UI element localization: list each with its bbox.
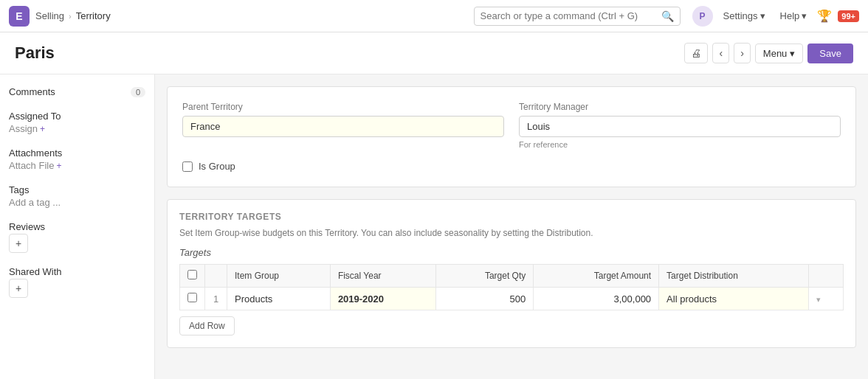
add-review-icon: + bbox=[16, 237, 21, 249]
territory-manager-input[interactable] bbox=[519, 116, 841, 137]
trophy-icon: 🏆 bbox=[817, 9, 832, 23]
sidebar-tags-label: Tags bbox=[9, 184, 145, 195]
print-button[interactable]: 🖨 bbox=[684, 43, 708, 63]
notifications-badge[interactable]: 99+ bbox=[838, 10, 859, 22]
search-icon: 🔍 bbox=[661, 10, 674, 22]
sidebar-assigned-label: Assigned To bbox=[9, 111, 145, 122]
form-card: Parent Territory Territory Manager For r… bbox=[167, 86, 856, 187]
parent-territory-group: Parent Territory bbox=[182, 102, 504, 149]
th-select-all[interactable] bbox=[180, 265, 205, 288]
assign-plus-icon: + bbox=[40, 124, 45, 134]
row-fiscal-year[interactable]: 2019-2020 bbox=[330, 288, 436, 310]
add-row-button[interactable]: Add Row bbox=[179, 316, 235, 335]
add-tag-action[interactable]: Add a tag ... bbox=[9, 197, 145, 208]
breadcrumb-territory[interactable]: Territory bbox=[76, 10, 111, 21]
form-row-main: Parent Territory Territory Manager For r… bbox=[182, 102, 841, 149]
targets-table: Item Group Fiscal Year Target Qty Target… bbox=[179, 264, 844, 310]
sidebar-shared-section: Shared With + bbox=[9, 266, 145, 298]
row-checkbox-cell[interactable] bbox=[180, 288, 205, 310]
content: Parent Territory Territory Manager For r… bbox=[155, 74, 868, 379]
row-item-group[interactable]: Products bbox=[227, 288, 331, 310]
targets-section: TERRITORY TARGETS Set Item Group-wise bu… bbox=[167, 199, 856, 348]
breadcrumb: Selling › Territory bbox=[35, 10, 111, 21]
th-num bbox=[205, 265, 227, 288]
add-shared-icon: + bbox=[16, 282, 21, 294]
sidebar-comments-section: Comments 0 bbox=[9, 86, 145, 97]
next-button[interactable]: › bbox=[734, 43, 751, 63]
table-row: 1 Products 2019-2020 500 3,00,000 All pr… bbox=[180, 288, 844, 310]
settings-button[interactable]: Settings ▾ bbox=[719, 7, 770, 24]
row-checkbox[interactable] bbox=[187, 293, 197, 302]
is-group-row: Is Group bbox=[182, 161, 841, 172]
territory-manager-label: Territory Manager bbox=[519, 102, 841, 112]
row-target-amount[interactable]: 3,00,000 bbox=[534, 288, 659, 310]
prev-button[interactable]: ‹ bbox=[712, 43, 729, 63]
sidebar: Comments 0 Assigned To Assign + Attachme… bbox=[0, 74, 155, 379]
territory-manager-group: Territory Manager For reference bbox=[519, 102, 841, 149]
menu-label: Menu bbox=[763, 48, 788, 59]
section-title: TERRITORY TARGETS bbox=[179, 212, 844, 222]
help-button[interactable]: Help ▾ bbox=[776, 7, 812, 24]
row-target-distribution[interactable]: All products bbox=[659, 288, 809, 310]
row-dropdown-icon: ▾ bbox=[816, 295, 821, 304]
help-chevron-icon: ▾ bbox=[802, 10, 807, 21]
print-icon: 🖨 bbox=[691, 47, 701, 59]
th-actions bbox=[809, 265, 844, 288]
sidebar-comments-count: 0 bbox=[131, 87, 145, 97]
add-review-button[interactable]: + bbox=[9, 234, 28, 253]
breadcrumb-sep1: › bbox=[69, 12, 72, 21]
sidebar-tags-section: Tags Add a tag ... bbox=[9, 184, 145, 208]
chevron-left-icon: ‹ bbox=[719, 47, 723, 59]
targets-label: Targets bbox=[179, 247, 844, 258]
breadcrumb-selling[interactable]: Selling bbox=[35, 10, 64, 21]
page-title: Paris bbox=[15, 44, 55, 63]
for-reference-hint: For reference bbox=[519, 140, 841, 149]
attach-file-action[interactable]: Attach File + bbox=[9, 160, 145, 171]
sidebar-attachments-section: Attachments Attach File + bbox=[9, 147, 145, 171]
row-num: 1 bbox=[205, 288, 227, 310]
assign-action[interactable]: Assign + bbox=[9, 123, 145, 134]
th-target-qty: Target Qty bbox=[436, 265, 534, 288]
sidebar-attachments-label: Attachments bbox=[9, 147, 145, 159]
th-target-distribution: Target Distribution bbox=[659, 265, 809, 288]
th-item-group: Item Group bbox=[227, 265, 331, 288]
search-input[interactable] bbox=[480, 10, 661, 21]
sidebar-assigned-section: Assigned To Assign + bbox=[9, 111, 145, 134]
select-all-checkbox[interactable] bbox=[187, 270, 197, 279]
sidebar-shared-label: Shared With bbox=[9, 266, 145, 277]
sidebar-reviews-section: Reviews + bbox=[9, 221, 145, 253]
main-layout: Comments 0 Assigned To Assign + Attachme… bbox=[0, 74, 868, 379]
topbar: E Selling › Territory 🔍 P Settings ▾ Hel… bbox=[0, 0, 868, 32]
app-icon[interactable]: E bbox=[9, 6, 30, 27]
search-bar[interactable]: 🔍 bbox=[474, 7, 681, 26]
sidebar-comments-label: Comments 0 bbox=[9, 86, 145, 97]
parent-territory-label: Parent Territory bbox=[182, 102, 504, 112]
row-dropdown[interactable]: ▾ bbox=[809, 288, 844, 310]
menu-chevron-icon: ▾ bbox=[790, 48, 795, 59]
th-target-amount: Target Amount bbox=[534, 265, 659, 288]
nav-actions: P Settings ▾ Help ▾ 🏆 99+ bbox=[692, 6, 859, 27]
section-desc: Set Item Group-wise budgets on this Terr… bbox=[179, 228, 844, 238]
th-fiscal-year: Fiscal Year bbox=[330, 265, 436, 288]
sidebar-reviews-label: Reviews bbox=[9, 221, 145, 232]
avatar-button[interactable]: P bbox=[692, 6, 713, 27]
page-header: Paris 🖨 ‹ › Menu ▾ Save bbox=[0, 32, 868, 74]
is-group-label: Is Group bbox=[199, 161, 235, 172]
is-group-checkbox[interactable] bbox=[182, 161, 193, 172]
parent-territory-input[interactable] bbox=[182, 116, 504, 137]
attach-plus-icon: + bbox=[56, 161, 61, 171]
settings-chevron-icon: ▾ bbox=[760, 10, 765, 21]
chevron-right-icon: › bbox=[740, 47, 744, 59]
menu-button[interactable]: Menu ▾ bbox=[755, 44, 804, 63]
add-shared-button[interactable]: + bbox=[9, 279, 28, 298]
save-button[interactable]: Save bbox=[807, 44, 853, 63]
header-actions: 🖨 ‹ › Menu ▾ Save bbox=[684, 43, 853, 63]
row-target-qty[interactable]: 500 bbox=[436, 288, 534, 310]
table-header-row: Item Group Fiscal Year Target Qty Target… bbox=[180, 265, 844, 288]
